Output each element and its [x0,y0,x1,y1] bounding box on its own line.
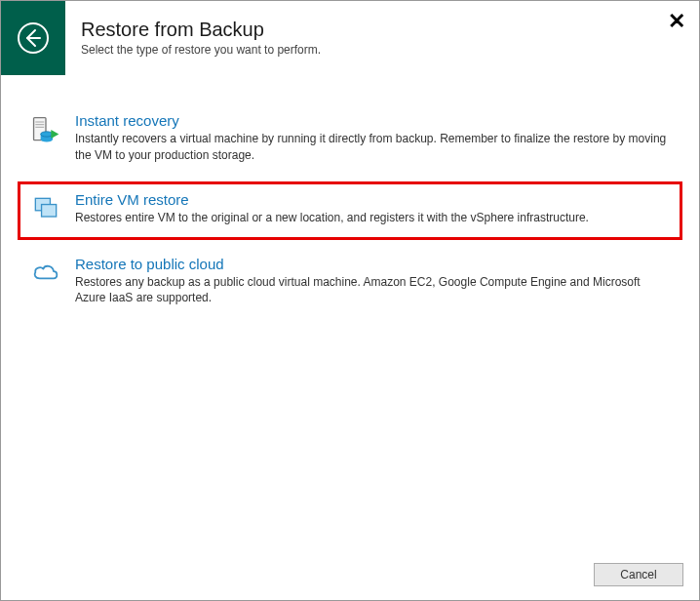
option-restore-public-cloud[interactable]: Restore to public cloud Restores any bac… [20,246,680,319]
cancel-button[interactable]: Cancel [594,563,683,586]
option-title: Restore to public cloud [75,256,672,272]
close-icon: ✕ [668,9,685,33]
option-description: Restores entire VM to the original or a … [75,210,672,226]
svg-point-8 [41,137,53,141]
svg-rect-11 [42,204,57,216]
instant-recovery-icon [28,114,63,149]
option-description: Instantly recovers a virtual machine by … [75,131,672,164]
option-description: Restores any backup as a public cloud vi… [75,274,672,307]
close-button[interactable]: ✕ [668,11,685,32]
back-arrow-icon [16,20,51,56]
wizard-footer: Cancel [594,563,683,586]
option-text: Entire VM restore Restores entire VM to … [75,191,672,226]
option-title: Entire VM restore [75,191,672,208]
entire-vm-restore-icon [28,193,63,228]
restore-options-list: Instant recovery Instantly recovers a vi… [1,75,699,318]
back-button[interactable] [1,1,65,75]
option-instant-recovery[interactable]: Instant recovery Instantly recovers a vi… [20,102,680,176]
page-title: Restore from Backup [81,19,699,41]
header-text-block: Restore from Backup Select the type of r… [65,1,699,57]
cloud-icon [28,258,63,293]
page-subtitle: Select the type of restore you want to p… [81,43,699,57]
option-text: Restore to public cloud Restores any bac… [75,256,672,307]
option-entire-vm-restore[interactable]: Entire VM restore Restores entire VM to … [18,181,682,240]
restore-wizard-window: Restore from Backup Select the type of r… [0,0,700,601]
option-title: Instant recovery [75,112,672,129]
wizard-header: Restore from Backup Select the type of r… [1,1,699,75]
option-text: Instant recovery Instantly recovers a vi… [75,112,672,164]
